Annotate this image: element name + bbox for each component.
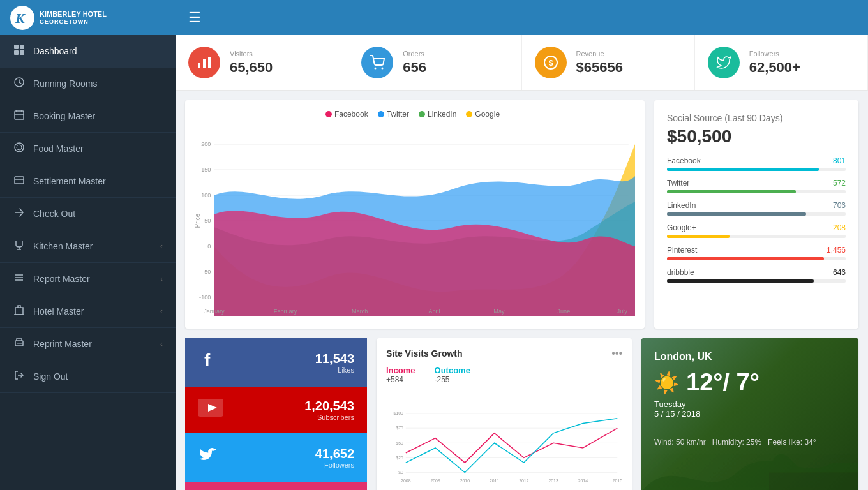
social-card-stats-twitter: 41,652 Followers — [315, 447, 354, 469]
svg-rect-4 — [20, 50, 24, 55]
social-bar-track — [667, 257, 846, 260]
sidebar-item-reprint-master[interactable]: Reprint Master ‹ — [0, 328, 176, 360]
sidebar-item-dashboard[interactable]: Dashboard — [0, 35, 176, 68]
legend-item-facebook: Facebook — [326, 110, 368, 119]
stat-label-followers: Followers — [749, 50, 800, 57]
svg-text:2015: 2015 — [613, 479, 622, 483]
svg-rect-25 — [208, 57, 211, 68]
sidebar-item-running-rooms[interactable]: Running Rooms — [0, 68, 176, 100]
site-visits-card: Site Visits Growth ••• Income +584 Outco… — [377, 338, 632, 490]
weather-temp: ☀️ 12°/ 7° — [654, 369, 846, 396]
svg-text:April: April — [428, 308, 440, 315]
logo-text: KIMBERLEY HOTEL GEORGETOWN — [40, 10, 107, 26]
nav-icon-sign-out — [13, 369, 26, 383]
svg-text:2009: 2009 — [430, 479, 440, 483]
svg-text:2011: 2011 — [490, 479, 500, 483]
social-bar-fill — [667, 257, 824, 260]
sidebar-item-label-reprint-master: Reprint Master — [33, 339, 92, 349]
social-bar-label-name: Google+ — [667, 223, 696, 232]
line-chart-svg: $100 $75 $50 $25 $0 2008 2009 2010 2011 … — [386, 390, 622, 490]
stat-followers: Followers 62,500+ — [695, 35, 868, 90]
svg-point-10 — [15, 143, 24, 152]
stat-value-revenue: $65656 — [576, 59, 623, 76]
social-card-label-twitter: Followers — [315, 461, 354, 469]
svg-text:May: May — [493, 308, 505, 315]
svg-point-26 — [375, 68, 377, 70]
site-visits-menu[interactable]: ••• — [611, 348, 622, 359]
sidebar-item-settlement-master[interactable]: Settlement Master — [0, 165, 176, 198]
stat-value-followers: 62,500+ — [749, 59, 800, 76]
social-card-icon-facebook: f — [198, 350, 233, 375]
svg-text:2010: 2010 — [460, 479, 470, 483]
stat-orders: Orders 656 — [348, 35, 521, 90]
legend-dot — [326, 111, 332, 117]
svg-text:50: 50 — [204, 218, 211, 224]
sidebar-item-food-master[interactable]: Food Master — [0, 133, 176, 165]
social-card-facebook: f 11,543 Likes — [185, 338, 367, 387]
legend-dot — [419, 111, 425, 117]
social-bar-track — [667, 168, 846, 171]
legend-item-twitter: Twitter — [378, 110, 409, 119]
weather-card: London, UK ☀️ 12°/ 7° Tuesday 5 / 15 / 2… — [641, 338, 858, 490]
legend-item-google+: Google+ — [466, 110, 504, 119]
svg-text:-100: -100 — [199, 294, 211, 301]
sidebar-item-kitchen-master[interactable]: Kitchen Master ‹ — [0, 230, 176, 263]
social-bar-fill — [667, 279, 814, 283]
svg-text:200: 200 — [201, 141, 211, 147]
site-visits-legend: Income +584 Outcome -255 — [386, 366, 622, 384]
social-bar-track — [667, 279, 846, 283]
social-bar-fill — [667, 235, 730, 238]
sidebar-item-booking-master[interactable]: Booking Master — [0, 100, 176, 133]
logo-circle: K — [10, 6, 34, 30]
social-bar-fill — [667, 168, 819, 171]
social-source-card: Social Source (Last 90 Days) $50,500 Fac… — [654, 100, 858, 329]
nav-icon-check-out — [13, 207, 26, 221]
svg-text:-50: -50 — [202, 269, 211, 275]
sidebar-item-hotel-master[interactable]: Hotel Master ‹ — [0, 295, 176, 328]
social-card-icon-twitter — [198, 445, 233, 470]
stats-row: Visitors 65,650 Orders 656 $ Revenue $65… — [176, 35, 868, 91]
stat-icon-orders — [361, 47, 393, 78]
social-bar-facebook: Facebook 801 — [667, 156, 846, 171]
social-bar-track — [667, 212, 846, 216]
main-content: ☰ Visitors 65,650 Orders 656 $ Revenue $… — [176, 0, 868, 490]
sidebar-item-label-kitchen-master: Kitchen Master — [33, 241, 93, 251]
sidebar-item-label-food-master: Food Master — [33, 144, 84, 154]
social-bar-label-name: Pinterest — [667, 246, 697, 255]
sidebar-item-sign-out[interactable]: Sign Out — [0, 360, 176, 393]
stat-value-orders: 656 — [403, 59, 426, 76]
svg-text:2008: 2008 — [401, 479, 411, 483]
svg-rect-6 — [15, 111, 24, 119]
social-bar-label-value: 208 — [833, 223, 846, 232]
nav-icon-booking-master — [13, 109, 26, 123]
social-card-label-youtube: Subscribers — [304, 413, 354, 421]
svg-text:June: June — [557, 308, 570, 315]
sidebar-item-report-master[interactable]: Report Master ‹ — [0, 263, 176, 295]
social-card-instagram: 69,454 Followers — [185, 482, 367, 490]
stat-icon-visitors — [188, 47, 220, 78]
social-bar-label-value: 572 — [833, 179, 846, 188]
nav-icon-reprint-master — [13, 337, 26, 351]
svg-text:2012: 2012 — [519, 479, 529, 483]
sidebar-item-label-dashboard: Dashboard — [33, 46, 77, 56]
social-card-twitter: 41,652 Followers — [185, 433, 367, 482]
sidebar-item-check-out[interactable]: Check Out — [0, 198, 176, 230]
legend-dot — [466, 111, 472, 117]
social-source-amount: $50,500 — [667, 126, 846, 147]
svg-text:March: March — [352, 308, 368, 315]
nav-icon-running-rooms — [13, 77, 26, 91]
stat-label-orders: Orders — [403, 50, 426, 57]
site-visits-title: Site Visits Growth — [386, 348, 463, 359]
nav-arrow-reprint-master: ‹ — [160, 339, 163, 348]
stat-text-followers: Followers 62,500+ — [749, 50, 800, 76]
social-card-label-facebook: Likes — [315, 366, 354, 374]
svg-text:Price: Price — [195, 213, 201, 228]
menu-icon[interactable]: ☰ — [188, 10, 201, 26]
line-chart-container: $100 $75 $50 $25 $0 2008 2009 2010 2011 … — [386, 390, 622, 490]
social-bar-dribbble: dribbble 646 — [667, 268, 846, 283]
sidebar-item-label-settlement-master: Settlement Master — [33, 176, 106, 186]
area-chart-svg: Price 200 150 100 50 0 -50 -100 — [195, 125, 635, 316]
topbar: ☰ — [176, 0, 868, 35]
svg-text:f: f — [204, 350, 211, 370]
nav-arrow-kitchen-master: ‹ — [160, 242, 163, 251]
